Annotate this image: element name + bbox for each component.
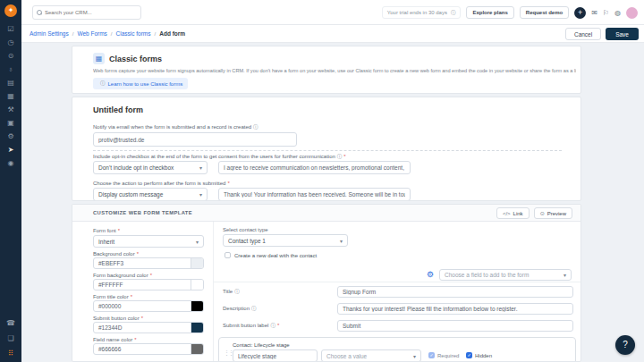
form-background-color-input[interactable]: #FFFFFF xyxy=(93,279,204,290)
divider xyxy=(213,222,214,361)
required-mark: * xyxy=(343,154,345,159)
rocket-icon[interactable]: ➤ xyxy=(8,147,14,154)
field-value-select[interactable]: Choose a value ▾ xyxy=(321,349,421,362)
optin-select[interactable]: Don't include opt in checkbox ▾ xyxy=(93,161,208,174)
request-demo-button[interactable]: Request demo xyxy=(520,6,569,19)
required-checkbox[interactable]: ✓ xyxy=(428,352,435,358)
bell-icon[interactable]: ◍ xyxy=(614,9,621,17)
breadcrumb-classic-forms[interactable]: Classic forms xyxy=(116,30,151,37)
hidden-checkbox[interactable]: ✓ xyxy=(466,352,472,358)
notify-email-input[interactable] xyxy=(93,132,297,147)
gallery-icon[interactable]: ▣ xyxy=(7,120,14,127)
after-submit-select[interactable]: Display custom message ▾ xyxy=(93,188,208,201)
optin-text-input[interactable] xyxy=(218,161,411,174)
create-deal-checkbox[interactable] xyxy=(225,252,231,258)
save-button[interactable]: Save xyxy=(606,28,639,40)
submit-button-color-input[interactable]: #12344D xyxy=(93,322,204,333)
form-title-input[interactable] xyxy=(337,286,573,298)
required-mark: * xyxy=(227,181,229,186)
background-color-input[interactable]: #EBEFF3 xyxy=(93,257,204,269)
link-button[interactable]: </> Link xyxy=(496,207,530,219)
form-title-color-input[interactable]: #000000 xyxy=(93,300,204,312)
search-input[interactable] xyxy=(45,10,137,15)
color-swatch[interactable] xyxy=(191,344,203,354)
app-logo-icon[interactable]: ✦ xyxy=(4,4,17,17)
topbar-right: Your trial ends in 30 days ⓘ Explore pla… xyxy=(382,0,638,25)
submit-button-label-input[interactable] xyxy=(337,320,573,332)
field-name-color-value: #666666 xyxy=(94,346,191,352)
social-icon[interactable]: ♁ xyxy=(8,66,13,73)
info-icon[interactable]: ⓘ xyxy=(234,289,240,294)
field-card-title: Contact: Lifecycle stage xyxy=(233,342,290,348)
team-icon[interactable]: ◉ xyxy=(8,160,14,167)
submit-button-color-label-text: Submit button color xyxy=(93,316,140,321)
mail-icon[interactable]: ✉ xyxy=(591,9,597,17)
settings-icon[interactable]: ⚙ xyxy=(7,133,13,140)
form-title[interactable]: Untitled form xyxy=(93,105,143,114)
notify-email-label-text: Notify via email when the form is submit… xyxy=(93,124,251,130)
color-swatch[interactable] xyxy=(191,323,203,333)
breadcrumb: Admin Settings / Web Forms / Classic for… xyxy=(21,25,644,43)
field-name-color-input[interactable]: #666666 xyxy=(93,343,204,355)
sidebar: ✦ ☑ ◷ ⊙ ♁ ▤ ▦ ⚒ ▣ ⚙ ➤ ◉ ☎ ❏ ⠿ xyxy=(0,0,21,362)
help-button[interactable]: ? xyxy=(615,335,635,355)
tools-icon[interactable]: ⚒ xyxy=(7,106,13,114)
chevron-down-icon: ▾ xyxy=(199,164,202,171)
background-color-label-text: Background color xyxy=(93,251,135,257)
hidden-checkbox-label: Hidden xyxy=(475,353,492,358)
form-settings-card: Untitled form Notify via email when the … xyxy=(72,97,581,201)
form-background-color-label-text: Form background color xyxy=(93,273,148,278)
avatar[interactable] xyxy=(626,7,638,19)
field-name-input[interactable] xyxy=(233,349,318,362)
board-icon[interactable]: ☑ xyxy=(7,26,13,33)
preview-button-label: Preview xyxy=(547,211,566,216)
info-icon[interactable]: ⓘ xyxy=(451,10,456,16)
custom-message-input[interactable] xyxy=(218,188,411,201)
topbar: Your trial ends in 30 days ⓘ Explore pla… xyxy=(21,0,644,25)
form-font-label: Form font* xyxy=(93,228,120,233)
preview-button[interactable]: ⊙ Preview xyxy=(534,207,572,219)
color-swatch[interactable] xyxy=(191,301,203,311)
megaphone-icon[interactable]: ⚐ xyxy=(603,9,609,17)
add-field-select[interactable]: Choose a field to add to the form ▾ xyxy=(439,269,572,281)
info-icon[interactable]: ⓘ xyxy=(337,154,343,159)
form-font-select[interactable]: Inherit ▾ xyxy=(93,235,204,248)
apps-grid-icon[interactable]: ⠿ xyxy=(8,350,13,358)
gear-icon[interactable]: ⚙ xyxy=(427,270,434,279)
info-icon[interactable]: ⓘ xyxy=(253,124,258,130)
explore-plans-button[interactable]: Explore plans xyxy=(466,6,513,19)
documents-icon[interactable]: ▤ xyxy=(7,80,14,87)
sidebar-bottom-nav: ☎ ❏ ⠿ xyxy=(0,320,21,358)
required-mark: * xyxy=(131,294,132,299)
quick-add-icon[interactable]: + xyxy=(574,7,586,19)
chevron-down-icon: ▾ xyxy=(340,238,343,244)
section-title: CUSTOMIZE WEB FORM TEMPLATE xyxy=(93,210,192,215)
info-icon[interactable]: ⓘ xyxy=(251,306,257,311)
required-mark: * xyxy=(277,323,279,328)
search-box[interactable] xyxy=(32,5,141,20)
field-name-color-label-text: Field name color xyxy=(93,337,132,342)
cancel-button[interactable]: Cancel xyxy=(565,28,601,40)
billing-icon[interactable]: ⊙ xyxy=(8,53,14,60)
contact-type-select[interactable]: Contact type 1 ▾ xyxy=(223,234,348,247)
submit-button-label-label-text: Submit button label xyxy=(223,323,268,328)
drag-handle-icon[interactable]: ⋮⋮ xyxy=(224,349,233,357)
learn-link[interactable]: ⓘ Learn how to use Classic forms xyxy=(93,78,188,89)
after-submit-label-text: Choose the action to perform after the f… xyxy=(93,181,225,186)
phone-icon[interactable]: ☎ xyxy=(6,320,15,327)
field-value-placeholder: Choose a value xyxy=(326,353,367,359)
contacts-icon[interactable]: ▦ xyxy=(7,93,14,100)
background-color-value: #EBEFF3 xyxy=(94,260,191,266)
required-checkbox-label: Required xyxy=(437,353,459,358)
page-title: Classic forms xyxy=(109,55,162,63)
color-swatch[interactable] xyxy=(191,280,203,290)
color-swatch[interactable] xyxy=(191,258,203,268)
chat-icon[interactable]: ❏ xyxy=(7,335,13,342)
breadcrumb-admin-settings[interactable]: Admin Settings xyxy=(30,30,69,37)
form-description-input[interactable] xyxy=(337,303,573,315)
breadcrumb-web-forms[interactable]: Web Forms xyxy=(77,30,106,37)
after-submit-select-value: Display custom message xyxy=(98,191,163,198)
clock-icon[interactable]: ◷ xyxy=(8,39,14,46)
trial-badge: Your trial ends in 30 days ⓘ xyxy=(382,6,462,19)
info-icon[interactable]: ⓘ xyxy=(270,323,275,328)
